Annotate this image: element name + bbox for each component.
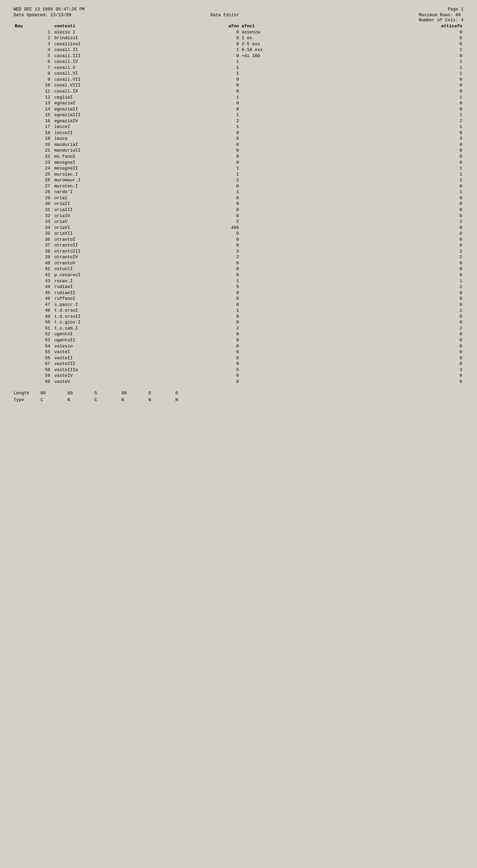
cell-contesti: rudiaeI <box>53 284 181 290</box>
cell-atticafn: 0 <box>339 337 464 343</box>
cell-contesti: manduriaI <box>53 142 181 148</box>
cell-row-num: 25 <box>13 172 53 178</box>
cell-afncl <box>240 201 339 207</box>
cell-atticafn: 0 <box>339 130 464 136</box>
cell-contesti: ugentoI <box>53 331 181 337</box>
page-container: WED DEC 13 1989 05:47:26 PM Page 1 Date … <box>13 7 464 403</box>
cell-row-num: 56 <box>13 355 53 361</box>
cell-atticafn: 2 <box>339 254 464 260</box>
cell-afnn: 2 <box>181 118 240 124</box>
cell-row-num: 32 <box>13 213 53 219</box>
footer-length-3: 60 <box>121 390 148 397</box>
data-table: Row contesti afnn afncl atticafn 1alezio… <box>13 23 464 385</box>
table-row: 10caval.VIII00 <box>13 82 464 88</box>
footer-type-5: N <box>175 397 202 403</box>
cell-contesti: t.d.orsoII <box>53 314 181 320</box>
cell-contesti: t.s.sab.I <box>53 325 181 332</box>
cell-afncl <box>240 308 339 314</box>
cell-afnn: 2 <box>181 254 240 260</box>
cell-atticafn: 1 <box>339 124 464 130</box>
title: Data Editor <box>211 12 240 23</box>
table-row: 43rocav.I11 <box>13 278 464 284</box>
footer-col-3: 60N <box>121 390 148 403</box>
cell-row-num: 1 <box>13 29 53 35</box>
table-row: 5cavall.III0+di 1000 <box>13 53 464 59</box>
cell-afnn: 5 <box>181 284 240 290</box>
footer-type-0: C <box>40 397 67 403</box>
cell-row-num: 2 <box>13 35 53 41</box>
table-row: 40otrantoV00 <box>13 260 464 266</box>
cell-afnn: 2 <box>181 325 240 332</box>
table-row: 39otrantoIV22 <box>13 254 464 260</box>
cell-afnn: 1 <box>181 165 240 172</box>
table-row: 35oriaVII00 <box>13 231 464 237</box>
cell-atticafn: 0 <box>339 290 464 296</box>
table-row: 52ugentoI00 <box>13 331 464 337</box>
cell-atticafn: 1 <box>339 278 464 284</box>
cell-afncl <box>240 88 339 95</box>
cell-row-num: 44 <box>13 284 53 290</box>
footer-section: LengthType60C60N5C60N0N0N <box>13 390 464 403</box>
cell-row-num: 33 <box>13 219 53 225</box>
cell-row-num: 26 <box>13 177 53 183</box>
table-row: 19leuca83 <box>13 136 464 142</box>
cell-contesti: murolec.I <box>53 172 181 178</box>
cell-afnn: 0 <box>181 349 240 355</box>
cell-contesti: caval.VIII <box>53 82 181 88</box>
cell-afnn: 0 <box>181 290 240 296</box>
table-row: 42p.cesareoI00 <box>13 272 464 278</box>
table-row: 31oriaIII00 <box>13 207 464 213</box>
cell-atticafn: 0 <box>339 242 464 248</box>
table-row: 44rudiaeI52 <box>13 284 464 290</box>
table-row: 4cavall.II16-10 exx1 <box>13 47 464 53</box>
footer-type-3: N <box>121 397 148 403</box>
cell-afnn: 8 <box>181 136 240 142</box>
cell-afncl <box>240 272 339 278</box>
cell-afncl <box>240 130 339 136</box>
cell-afncl <box>240 337 339 343</box>
col-header-afnn: afnn <box>181 23 240 29</box>
table-row: 20manduriaI00 <box>13 142 464 148</box>
cell-afnn: 0 <box>181 53 240 59</box>
cell-atticafn: 0 <box>339 314 464 320</box>
cell-afnn: 1 <box>181 189 240 195</box>
cell-afnn: 0 <box>181 373 240 379</box>
cell-row-num: 8 <box>13 71 53 77</box>
table-row: 51t.s.sab.I22 <box>13 325 464 332</box>
cell-contesti: muroten.I <box>53 183 181 189</box>
table-row: 33oriaV22 <box>13 219 464 225</box>
table-row: 9cavall.VII00 <box>13 77 464 83</box>
cell-row-num: 28 <box>13 189 53 195</box>
table-row: 38otrantoIII32 <box>13 248 464 255</box>
cell-afnn: 0 <box>181 201 240 207</box>
cell-contesti: t.d.orsoI <box>53 308 181 314</box>
cell-atticafn: 1 <box>339 172 464 178</box>
cell-afncl <box>240 290 339 296</box>
cell-afnn: 2 <box>181 219 240 225</box>
cell-afncl <box>240 59 339 65</box>
cell-row-num: 34 <box>13 225 53 231</box>
cell-row-num: 21 <box>13 148 53 154</box>
header: WED DEC 13 1989 05:47:26 PM Page 1 Date … <box>13 7 464 23</box>
cell-afncl: 1 ex. <box>240 35 339 41</box>
cell-afnn: 1 <box>181 59 240 65</box>
cell-afnn: 1 <box>181 95 240 101</box>
table-row: 8cavall.VI11 <box>13 71 464 77</box>
cell-row-num: 60 <box>13 379 53 385</box>
cell-afnn: 0 <box>181 266 240 272</box>
cell-afncl: 6-10 exx <box>240 47 339 53</box>
cell-row-num: 35 <box>13 231 53 237</box>
cell-atticafn: 1 <box>339 65 464 71</box>
cell-row-num: 3 <box>13 41 53 47</box>
cell-afnn: 0 <box>181 296 240 302</box>
footer-col-4: 0N <box>148 390 175 403</box>
table-row: 32oriaIV00 <box>13 213 464 219</box>
cell-atticafn: 3 <box>339 136 464 142</box>
cell-afnn: 0 <box>181 100 240 106</box>
cell-contesti: brindisiI <box>53 35 181 41</box>
table-row: 37otrantoII00 <box>13 242 464 248</box>
footer-type-1: N <box>67 397 94 403</box>
type-label: Type <box>13 397 40 403</box>
cell-contesti: oriaV <box>53 219 181 225</box>
cell-contesti: egnaziaI <box>53 100 181 106</box>
